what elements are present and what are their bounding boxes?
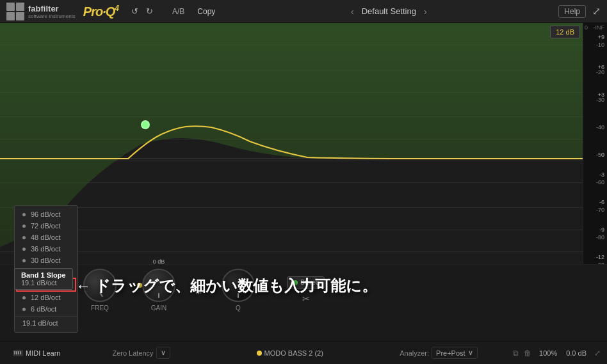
copy-button[interactable]: Copy [193,6,219,17]
db-entry-minus6: -6 [599,199,604,205]
midi-learn-label: MIDI Learn [26,349,60,357]
slope-label-72: 72 dB/oct [31,222,60,230]
trash-icon[interactable]: 🗑 [524,349,531,358]
header: fabfilter software instruments Pro·Q4 ↺ … [0,0,607,23]
preset-nav: ‹ Default Setting › [219,6,558,17]
plugin-status-dot [257,351,262,356]
freq-label: FREQ [91,305,109,312]
slope-dot-48 [22,236,26,239]
svg-rect-6 [20,351,21,354]
product-name: Pro·Q4 [83,4,118,19]
slope-label-96: 96 dB/oct [31,210,60,218]
analyzer-section: Analyzer: Pre+Post ∨ [364,347,513,359]
annotation-message: ドラッグで、細かい数値も入力可能に。 [95,277,377,294]
undo-button[interactable]: ↺ [129,5,141,17]
svg-rect-3 [14,351,15,354]
footer: MIDI Learn Zero Latency ∨ MODO BASS 2 (2… [0,341,607,364]
gain-value-display: 0 dB [153,258,165,265]
preset-name[interactable]: Default Setting [362,6,416,16]
ab-button[interactable]: A/B [168,6,188,17]
right-db-scale: +9 -10 +6 -20 +3 -30 0 -40 -50 -3 -60 -6… [583,23,607,298]
slope-dot-72 [22,225,26,228]
analyzer-dropdown-arrow: ∨ [468,349,473,357]
fab-label: fabfilter [28,4,76,13]
db-entry-minus20: -20 [596,69,604,75]
db-entry-minus80: -80 [596,234,604,241]
latency-label: Zero Latency [112,349,153,357]
latency-dropdown-arrow: ∨ [161,349,166,357]
annotation-arrow: ← [76,277,91,294]
inf-label: -INF [594,24,605,31]
logo-area: fabfilter software instruments Pro·Q4 [6,3,118,20]
svg-rect-5 [18,351,19,354]
eq-curve-svg [0,23,583,298]
slope-dot-30 [22,259,26,262]
db-entry-minus30: -30 [596,97,604,103]
slope-current-label: 19.1 dB/oct [15,316,77,329]
slope-item-48[interactable]: 48 dB/oct [15,232,77,243]
db-entry-minus12: -12 [596,254,604,260]
slope-dot-6 [22,308,26,311]
analyzer-value: Pre+Post [436,349,465,357]
db-entry-minus60: -60 [596,179,604,186]
fullscreen-button[interactable]: ⤢ [592,5,601,17]
midi-learn-button[interactable]: MIDI Learn [6,349,67,357]
logo-grid [6,3,24,20]
db-entry-plus9: +9 [598,34,604,40]
slope-item-12[interactable]: 12 dB/oct [15,292,77,303]
slope-item-72[interactable]: 72 dB/oct [15,220,77,232]
copy-icon[interactable]: ⧉ [513,349,519,358]
main-eq-area: 20 50 100 200 500 1k 2k 5k 10k 20k +9 -1… [0,23,607,338]
plugin-name: MODO BASS 2 (2) [264,349,323,357]
band-tooltip-title: Band 1 Slope [21,271,66,279]
header-right: Help ⤢ [558,5,601,18]
slope-dot-96 [22,213,26,216]
resize-icon[interactable]: ⤢ [594,349,601,358]
band-1-handle[interactable] [141,120,150,129]
plugin-section: MODO BASS 2 (2) [216,349,364,357]
slope-label-48: 48 dB/oct [31,233,60,241]
footer-icons: ⧉ 🗑 100% 0.0 dB ⤢ [513,349,601,358]
zero-label: 0 [585,24,588,31]
latency-section: Zero Latency ∨ [67,347,215,359]
zoom-label: 100% [539,349,557,357]
q-label: Q [236,305,241,312]
slope-item-36[interactable]: 36 dB/oct [15,243,77,255]
redo-button[interactable]: ↻ [143,5,156,17]
gain-label: GAIN [151,305,166,312]
slope-item-96[interactable]: 96 dB/oct [15,209,77,220]
undo-redo-group: ↺ ↻ [129,5,156,17]
db-entry-minus40: -40 [596,124,604,131]
band-tooltip: Band 1 Slope 19.1 dB/oct [14,268,73,290]
slope-label-6: 6 dB/oct [31,305,56,313]
logo-text: fabfilter software instruments [28,4,76,19]
db-entry-minus10: -10 [596,42,604,48]
analyzer-dropdown[interactable]: Pre+Post ∨ [432,347,478,359]
preset-next-button[interactable]: › [421,6,430,17]
slope-label-36: 36 dB/oct [31,245,60,253]
slope-label-12: 12 dB/oct [31,294,60,301]
header-controls: A/B Copy [168,6,219,17]
db-entry-minus9: -9 [599,226,604,233]
slope-item-6[interactable]: 6 dB/oct [15,303,77,315]
midi-icon [13,350,23,356]
soft-label: software instruments [28,13,76,19]
eq-canvas[interactable]: 20 50 100 200 500 1k 2k 5k 10k 20k [0,23,583,298]
slope-dot-12 [22,296,26,299]
annotation-text: ←ドラッグで、細かい数値も入力可能に。 [76,276,377,296]
db-entry-minus3: -3 [599,171,604,178]
slope-item-30[interactable]: 30 dB/oct [15,255,77,266]
latency-dropdown[interactable]: ∨ [156,347,170,359]
analyzer-label: Analyzer: [400,349,429,357]
slope-dot-36 [22,248,26,251]
preset-prev-button[interactable]: ‹ [348,6,357,17]
gain-display: 12 dB [550,26,580,38]
slope-label-30: 30 dB/oct [31,257,60,264]
band-tooltip-value: 19.1 dB/oct [21,279,66,287]
db-entry-minus50: -50 [596,152,604,158]
help-button[interactable]: Help [558,5,586,18]
svg-rect-4 [16,351,17,354]
db-entry-minus70: -70 [596,207,604,213]
gain-value: 12 dB [556,28,574,36]
gain-offset-label: 0.0 dB [566,349,587,357]
